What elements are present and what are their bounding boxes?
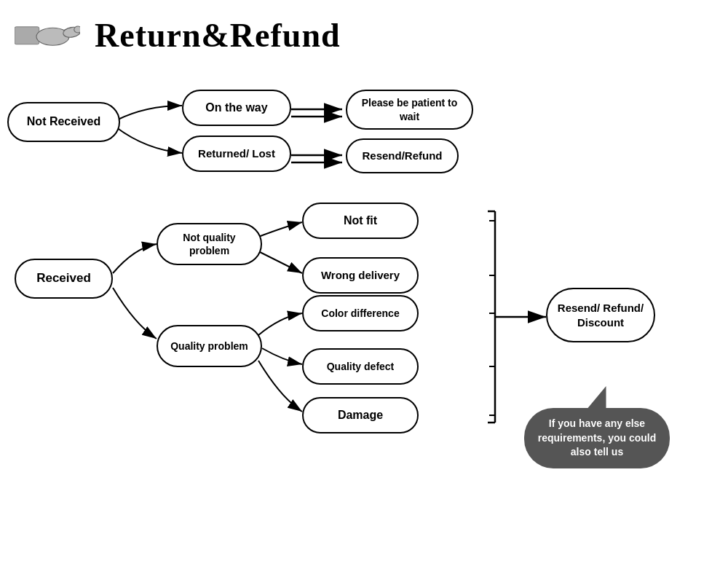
not-fit-node: Not fit [302, 203, 419, 239]
speech-bubble: If you have any else requirements, you c… [524, 408, 670, 468]
flowchart: Not Received On the way Returned/ Lost P… [0, 80, 728, 568]
received-node: Received [15, 259, 113, 299]
returned-lost-node: Returned/ Lost [182, 136, 291, 172]
damage-node: Damage [302, 397, 419, 433]
quality-defect-node: Quality defect [302, 348, 419, 385]
wrong-delivery-node: Wrong delivery [302, 257, 419, 294]
not-quality-problem-node: Not quality problem [157, 223, 262, 265]
svg-rect-0 [15, 27, 39, 44]
color-difference-node: Color difference [302, 295, 419, 331]
not-received-node: Not Received [7, 102, 120, 142]
resend-refund-discount-node: Resend/ Refund/ Discount [546, 288, 655, 342]
hand-icon [15, 13, 80, 57]
quality-problem-node: Quality problem [157, 325, 262, 367]
page-title: Return&Refund [95, 16, 341, 55]
header: Return&Refund [0, 0, 728, 64]
svg-point-3 [74, 26, 80, 33]
resend-refund-top-node: Resend/Refund [346, 138, 459, 173]
please-wait-node: Please be patient to wait [346, 90, 473, 130]
page-container: Return&Refund [0, 0, 728, 577]
on-the-way-node: On the way [182, 90, 291, 126]
